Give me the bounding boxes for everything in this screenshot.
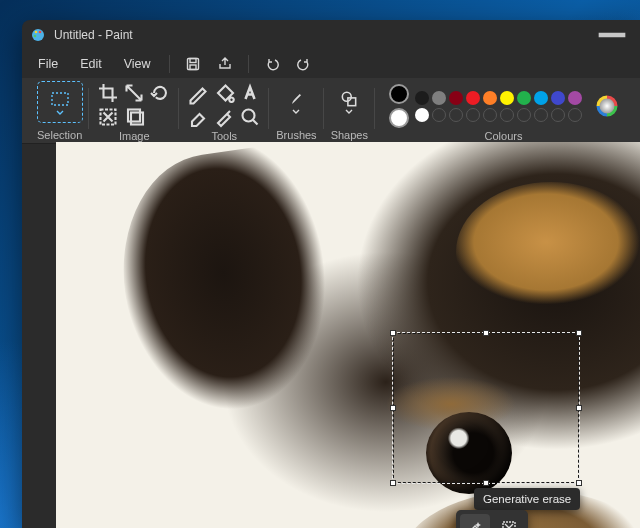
shapes-dropdown[interactable]	[333, 82, 365, 120]
shapes-group: Shapes	[324, 78, 375, 143]
remove-bg-tool[interactable]	[96, 106, 120, 128]
handle-ml[interactable]	[390, 405, 396, 411]
rotate-tool[interactable]	[148, 82, 172, 104]
svg-rect-5	[187, 59, 198, 70]
colour-2[interactable]	[389, 108, 409, 128]
selection-popup-toolbar	[456, 510, 528, 528]
swatch[interactable]	[449, 91, 463, 105]
svg-point-12	[243, 110, 255, 122]
share-button[interactable]	[210, 51, 240, 77]
save-button[interactable]	[178, 51, 208, 77]
edit-colours-button[interactable]	[596, 95, 618, 117]
window-title: Untitled - Paint	[54, 28, 133, 42]
svg-point-1	[35, 31, 38, 34]
paint-app-icon	[30, 27, 46, 43]
svg-rect-8	[52, 93, 68, 105]
handle-tl[interactable]	[390, 330, 396, 336]
tools-group: Tools	[179, 78, 269, 143]
title-bar: Untitled - Paint	[22, 20, 640, 50]
swatch[interactable]	[415, 108, 429, 122]
colours-group: Colours	[375, 78, 632, 143]
fill-tool[interactable]	[212, 82, 236, 104]
selection-label: Selection	[37, 129, 82, 141]
swatch-empty[interactable]	[568, 108, 582, 122]
resize-tool[interactable]	[122, 82, 146, 104]
dog-tan-patch	[456, 182, 640, 322]
separator	[248, 55, 249, 73]
eraser-tool[interactable]	[186, 106, 210, 128]
tooltip-generative-erase: Generative erase	[474, 488, 580, 510]
image-label: Image	[119, 130, 150, 142]
generative-erase-button[interactable]	[460, 514, 490, 528]
separator	[169, 55, 170, 73]
layers-tool[interactable]	[122, 106, 146, 128]
swatch[interactable]	[568, 91, 582, 105]
selection-marquee[interactable]	[392, 332, 580, 484]
swatch-empty[interactable]	[483, 108, 497, 122]
redo-button[interactable]	[289, 51, 319, 77]
brushes-dropdown[interactable]	[280, 82, 312, 120]
svg-point-3	[34, 35, 37, 38]
magnifier-tool[interactable]	[238, 106, 262, 128]
handle-bm[interactable]	[483, 480, 489, 486]
text-tool[interactable]	[238, 82, 262, 104]
palette-grid	[415, 91, 582, 122]
menu-view[interactable]: View	[114, 53, 161, 75]
handle-tm[interactable]	[483, 330, 489, 336]
menu-edit[interactable]: Edit	[70, 53, 112, 75]
canvas-area[interactable]: Generative erase	[56, 142, 640, 528]
swatch[interactable]	[415, 91, 429, 105]
remove-background-button[interactable]	[494, 514, 524, 528]
svg-point-2	[39, 31, 42, 34]
selection-group: Selection	[30, 78, 89, 143]
swatch[interactable]	[534, 91, 548, 105]
svg-rect-6	[190, 59, 196, 63]
ribbon-toolbar: Selection Image	[22, 78, 640, 144]
tools-label: Tools	[211, 130, 237, 142]
menu-file[interactable]: File	[28, 53, 68, 75]
svg-rect-7	[190, 65, 196, 70]
swatch-empty[interactable]	[500, 108, 514, 122]
brushes-group: Brushes	[269, 78, 323, 143]
swatch-empty[interactable]	[551, 108, 565, 122]
shapes-label: Shapes	[331, 129, 368, 141]
pencil-tool[interactable]	[186, 82, 210, 104]
canvas[interactable]: Generative erase	[56, 142, 640, 528]
swatch-empty[interactable]	[449, 108, 463, 122]
swatch-empty[interactable]	[432, 108, 446, 122]
rect-selection-tool[interactable]	[38, 82, 82, 122]
menu-bar: File Edit View	[22, 50, 640, 78]
svg-rect-14	[348, 97, 356, 105]
colour-1[interactable]	[389, 84, 409, 104]
svg-point-13	[343, 92, 352, 101]
swatch[interactable]	[466, 91, 480, 105]
swatch-empty[interactable]	[466, 108, 480, 122]
handle-bl[interactable]	[390, 480, 396, 486]
minimize-button[interactable]	[592, 20, 632, 50]
svg-rect-10	[128, 110, 140, 122]
svg-rect-11	[131, 113, 143, 125]
paint-window: Untitled - Paint File Edit View Selectio…	[22, 20, 640, 528]
swatch[interactable]	[551, 91, 565, 105]
svg-point-0	[32, 29, 44, 41]
crop-tool[interactable]	[96, 82, 120, 104]
swatch[interactable]	[432, 91, 446, 105]
swatch[interactable]	[500, 91, 514, 105]
swatch[interactable]	[517, 91, 531, 105]
handle-mr[interactable]	[576, 405, 582, 411]
image-group: Image	[89, 78, 179, 143]
undo-button[interactable]	[257, 51, 287, 77]
colour-picker-tool[interactable]	[212, 106, 236, 128]
colours-label: Colours	[485, 130, 523, 142]
swatch-empty[interactable]	[534, 108, 548, 122]
brushes-label: Brushes	[276, 129, 316, 141]
handle-br[interactable]	[576, 480, 582, 486]
handle-tr[interactable]	[576, 330, 582, 336]
swatch[interactable]	[483, 91, 497, 105]
swatch-empty[interactable]	[517, 108, 531, 122]
